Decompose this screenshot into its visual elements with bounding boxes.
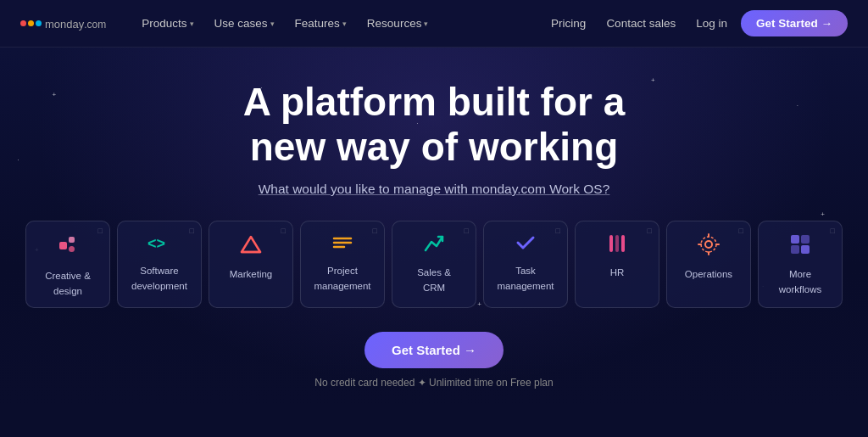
svg-rect-21 bbox=[801, 245, 810, 254]
nav-contact-sales[interactable]: Contact sales bbox=[599, 12, 682, 35]
svg-rect-19 bbox=[801, 235, 810, 244]
hero-subtitle-post: with monday.com Work OS? bbox=[441, 182, 609, 196]
nav-pricing[interactable]: Pricing bbox=[544, 12, 593, 35]
task-icon bbox=[491, 233, 560, 255]
svg-point-12 bbox=[705, 241, 712, 248]
logo-wordmark: monday.com bbox=[45, 16, 106, 31]
logo-com: .com bbox=[84, 19, 106, 31]
svg-rect-0 bbox=[59, 242, 67, 249]
marketing-label: Marketing bbox=[230, 269, 273, 279]
workflow-card-creative[interactable]: Creative &design bbox=[25, 221, 110, 308]
logo-dot-red bbox=[20, 20, 26, 26]
hr-icon bbox=[582, 233, 652, 257]
nav-use-cases-label: Use cases bbox=[214, 17, 268, 30]
operations-icon bbox=[674, 233, 743, 259]
workflow-cards-row: Creative &design <> Softwaredevelopment … bbox=[17, 221, 851, 308]
nav-resources-label: Resources bbox=[367, 17, 422, 30]
hero-subtitle-pre: What would you like to bbox=[259, 182, 393, 196]
software-label: Softwaredevelopment bbox=[131, 266, 187, 292]
workflow-card-hr[interactable]: HR bbox=[575, 221, 659, 308]
logo[interactable]: monday.com bbox=[20, 16, 106, 31]
nav-features[interactable]: Features ▾ bbox=[287, 12, 355, 35]
sales-icon bbox=[399, 233, 469, 257]
nav-products-label: Products bbox=[142, 17, 186, 30]
hero-title-line2: new way of working bbox=[250, 125, 619, 169]
hero-subtitle: What would you like to manage with monda… bbox=[17, 182, 851, 197]
sales-label: Sales &CRM bbox=[417, 267, 451, 294]
nav-features-chevron: ▾ bbox=[342, 20, 347, 28]
svg-marker-4 bbox=[242, 237, 260, 252]
svg-rect-2 bbox=[69, 246, 75, 252]
nav-resources-chevron: ▾ bbox=[424, 20, 428, 28]
nav-right: Pricing Contact sales Log in Get Started… bbox=[544, 10, 848, 36]
operations-label: Operations bbox=[685, 269, 732, 279]
workflow-card-operations[interactable]: Operations bbox=[666, 221, 751, 308]
logo-dots bbox=[20, 20, 42, 26]
nav-get-started-button[interactable]: Get Started → bbox=[741, 10, 848, 36]
logo-dot-yellow bbox=[28, 20, 34, 26]
task-label: Taskmanagement bbox=[497, 266, 554, 292]
nav-use-cases-chevron: ▾ bbox=[270, 20, 275, 28]
hero-subtitle-link: manage bbox=[393, 182, 441, 196]
navbar: monday.com Products ▾ Use cases ▾ Featur… bbox=[0, 0, 868, 48]
svg-rect-11 bbox=[621, 235, 625, 252]
more-label: Moreworkflows bbox=[779, 269, 821, 295]
svg-point-13 bbox=[701, 237, 716, 252]
hero-title: A platform built for a new way of workin… bbox=[17, 80, 851, 170]
workflow-card-more[interactable]: Moreworkflows bbox=[758, 221, 843, 308]
svg-rect-1 bbox=[69, 237, 75, 243]
nav-resources[interactable]: Resources ▾ bbox=[359, 12, 437, 35]
creative-label: Creative &design bbox=[45, 271, 91, 297]
project-icon bbox=[308, 233, 377, 255]
svg-rect-18 bbox=[791, 235, 799, 244]
nav-features-label: Features bbox=[295, 17, 340, 30]
marketing-icon bbox=[216, 233, 286, 259]
cta-fine-print: No credit card needed ✦ Unlimited time o… bbox=[17, 377, 851, 389]
project-label: Projectmanagement bbox=[314, 266, 370, 292]
nav-products[interactable]: Products ▾ bbox=[133, 12, 202, 35]
svg-rect-20 bbox=[791, 245, 799, 254]
nav-left: Products ▾ Use cases ▾ Features ▾ Resour… bbox=[133, 12, 437, 35]
nav-login[interactable]: Log in bbox=[689, 12, 734, 35]
nav-use-cases[interactable]: Use cases ▾ bbox=[206, 12, 283, 35]
logo-dot-blue bbox=[36, 20, 42, 26]
svg-rect-10 bbox=[615, 235, 619, 252]
creative-icon bbox=[33, 233, 103, 261]
hero-section: + · + · + · + · + · A platform built for… bbox=[0, 48, 868, 409]
cta-area: Get Started → No credit card needed ✦ Un… bbox=[17, 332, 851, 389]
hero-title-line1: A platform built for a bbox=[243, 80, 626, 124]
svg-text:<>: <> bbox=[147, 235, 165, 252]
logo-monday: monday bbox=[45, 18, 84, 31]
more-icon bbox=[765, 233, 835, 259]
software-icon: <> bbox=[125, 233, 194, 255]
svg-rect-9 bbox=[609, 235, 613, 252]
nav-products-chevron: ▾ bbox=[190, 20, 194, 28]
hero-get-started-button[interactable]: Get Started → bbox=[364, 332, 504, 368]
workflow-card-task[interactable]: Taskmanagement bbox=[483, 221, 568, 308]
workflow-card-marketing[interactable]: Marketing bbox=[209, 221, 293, 308]
hr-label: HR bbox=[610, 267, 625, 277]
workflow-card-software[interactable]: <> Softwaredevelopment bbox=[117, 221, 202, 308]
workflow-card-sales[interactable]: Sales &CRM bbox=[392, 221, 476, 308]
workflow-card-project[interactable]: Projectmanagement bbox=[300, 221, 385, 308]
